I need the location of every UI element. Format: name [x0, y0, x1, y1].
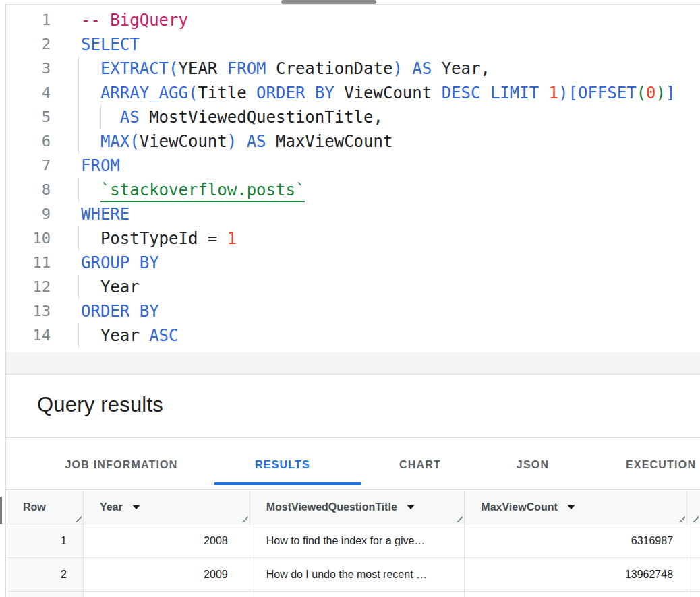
- column-resize-handle-icon[interactable]: [676, 513, 685, 522]
- tab-results[interactable]: RESULTS: [255, 459, 310, 471]
- code-token: MAX(: [100, 132, 140, 151]
- code-token: 0: [646, 84, 655, 102]
- tab-execution-details[interactable]: EXECUTION DETAILS: [626, 459, 700, 471]
- code-token: [81, 59, 100, 78]
- data-cell: How to find the index for a give…: [250, 524, 465, 558]
- row-number-cell: [7, 592, 84, 597]
- code-line: 7FROM: [6, 154, 700, 178]
- query-results-title: Query results: [37, 393, 163, 417]
- line-number: 8: [6, 178, 51, 202]
- code-token: -- BigQuery: [81, 11, 188, 30]
- indent-guide: [78, 178, 79, 202]
- code-token: AS: [412, 59, 432, 78]
- column-resize-handle-icon[interactable]: [73, 513, 82, 522]
- code-token: AS: [120, 108, 140, 127]
- column-dropdown-arrow-icon[interactable]: [132, 505, 140, 509]
- data-cell: 2008: [84, 524, 250, 558]
- column-resize-handle-icon[interactable]: [454, 513, 463, 522]
- code-line: 9WHERE: [6, 202, 700, 226]
- column-resize-handle-icon[interactable]: [690, 513, 699, 522]
- code-token: SELECT: [81, 35, 140, 54]
- data-cell: [687, 524, 700, 558]
- code-line: 6 MAX(ViewCount) AS MaxViewCount: [6, 129, 700, 154]
- table-reference-link[interactable]: `stackoverflow.posts`: [100, 181, 305, 202]
- indent-guide: [78, 57, 79, 81]
- code-line: 12 Year: [6, 275, 700, 299]
- code-token: FROM: [227, 59, 266, 78]
- code-text: ARRAY_AGG(Title ORDER BY ViewCount DESC …: [81, 81, 675, 105]
- table-header-row: RowYearMostViewedQuestionTitleMaxViewCou…: [7, 491, 700, 524]
- line-number: 9: [6, 202, 51, 226]
- data-cell: How do I undo the most recent …: [250, 558, 465, 592]
- code-token: ViewCount: [334, 84, 442, 102]
- code-token: 1: [549, 84, 558, 102]
- code-text: SELECT: [81, 32, 140, 57]
- code-token: [403, 59, 412, 78]
- code-token: [81, 84, 100, 102]
- column-header-label: MaxViewCount: [481, 501, 558, 513]
- code-token: Year,: [432, 59, 490, 78]
- column-dropdown-arrow-icon[interactable]: [407, 505, 415, 509]
- vertical-scrollbar-thumb[interactable]: [0, 497, 2, 524]
- column-header-maxviewcount[interactable]: MaxViewCount: [465, 491, 687, 524]
- data-cell: 13962748: [465, 558, 687, 592]
- column-resize-handle-icon[interactable]: [239, 513, 248, 522]
- code-token: [237, 132, 246, 151]
- code-token: Year: [81, 326, 149, 345]
- code-token: [81, 132, 100, 151]
- query-results-panel: Query results: [6, 375, 700, 438]
- line-number: 7: [6, 154, 51, 178]
- code-token: CreationDate: [266, 59, 393, 78]
- code-text: MAX(ViewCount) AS MaxViewCount: [81, 129, 392, 154]
- column-header-extra: [687, 491, 700, 524]
- column-header-label: MostViewedQuestionTitle: [266, 501, 397, 513]
- code-token: DESC LIMIT: [442, 84, 539, 102]
- code-token: MaxViewCount: [266, 132, 393, 151]
- code-token: YEAR: [179, 59, 227, 78]
- column-dropdown-arrow-icon[interactable]: [567, 505, 575, 509]
- code-text: WHERE: [81, 202, 129, 226]
- column-header-label: Year: [100, 501, 123, 513]
- line-number: 3: [6, 57, 51, 81]
- line-number: 6: [6, 129, 51, 154]
- code-line: 10 PostTypeId = 1: [6, 226, 700, 251]
- line-number: 2: [6, 32, 51, 57]
- data-cell: [465, 592, 687, 597]
- tab-json[interactable]: JSON: [517, 459, 549, 471]
- editor-bottom-gap: [6, 352, 700, 375]
- code-token: WHERE: [81, 205, 129, 224]
- code-token: EXTRACT(: [100, 59, 179, 78]
- code-text: GROUP BY: [81, 251, 159, 275]
- tab-chart[interactable]: CHART: [399, 459, 441, 471]
- column-header-label: Row: [23, 501, 46, 513]
- code-token: (: [637, 84, 646, 102]
- line-number: 10: [6, 226, 51, 251]
- results-tabbar: JOB INFORMATIONRESULTSCHARTJSONEXECUTION…: [6, 439, 700, 490]
- code-token: ASC: [149, 326, 178, 345]
- code-token: ORDER BY: [81, 302, 159, 321]
- code-text: -- BigQuery: [81, 8, 188, 32]
- code-token: ]: [666, 84, 675, 102]
- line-number: 5: [6, 105, 51, 129]
- column-header-year[interactable]: Year: [84, 491, 250, 524]
- data-cell: [687, 592, 700, 597]
- code-token: GROUP BY: [81, 253, 159, 272]
- code-token: AS: [247, 132, 266, 151]
- indent-guide: [78, 129, 79, 154]
- column-header-mostviewedquestiontitle[interactable]: MostViewedQuestionTitle: [250, 491, 465, 524]
- line-number: 4: [6, 81, 51, 105]
- tab-job-information[interactable]: JOB INFORMATION: [65, 459, 177, 471]
- code-text: `stackoverflow.posts`: [81, 178, 305, 202]
- code-text: Year: [81, 275, 140, 299]
- column-header-row[interactable]: Row: [7, 491, 84, 524]
- line-number: 14: [6, 323, 51, 348]
- indent-guide: [78, 275, 79, 299]
- code-line: 4 ARRAY_AGG(Title ORDER BY ViewCount DES…: [6, 81, 700, 105]
- code-token: )[OFFSET: [558, 84, 637, 102]
- code-token: MostViewedQuestionTitle,: [140, 108, 383, 127]
- sql-editor[interactable]: 1-- BigQuery2SELECT3 EXTRACT(YEAR FROM C…: [6, 5, 700, 352]
- active-tab-underline: [214, 482, 361, 485]
- code-line: 13ORDER BY: [6, 299, 700, 323]
- code-line: 1-- BigQuery: [6, 8, 700, 32]
- code-token: ARRAY_AGG(: [100, 84, 198, 102]
